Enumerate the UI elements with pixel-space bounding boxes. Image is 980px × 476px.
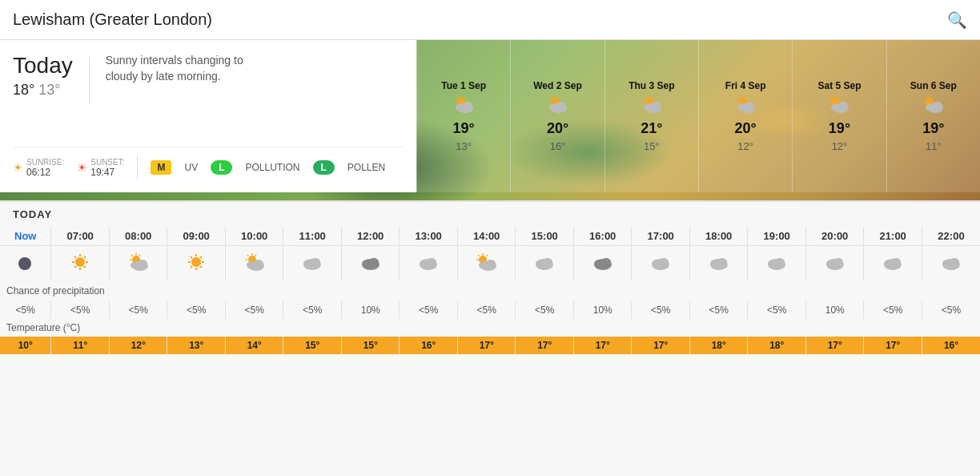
hour-temp: 17° xyxy=(864,337,922,354)
hour-precip: <5% xyxy=(864,301,922,319)
svg-line-48 xyxy=(933,97,934,99)
sunset-info: ☀ SUNSET: 19:47 xyxy=(77,158,124,178)
hour-precip: <5% xyxy=(283,301,342,319)
svg-point-104 xyxy=(486,260,496,268)
svg-point-116 xyxy=(717,258,727,266)
hour-temp: 11° xyxy=(51,337,110,354)
hour-icon xyxy=(400,246,458,281)
svg-line-101 xyxy=(486,255,488,256)
uv-value: M xyxy=(157,162,165,173)
svg-line-13 xyxy=(550,97,552,99)
forecast-high: 20° xyxy=(735,120,757,137)
svg-point-26 xyxy=(651,102,661,110)
forecast-day[interactable]: Wed 2 Sep 20° 16° xyxy=(510,40,604,192)
hour-icon xyxy=(0,246,51,281)
svg-line-65 xyxy=(131,255,133,256)
hourly-section: TODAY Now07:0008:0009:0010:0011:0012:001… xyxy=(0,200,980,476)
svg-point-43 xyxy=(838,102,848,110)
forecast-low: 16° xyxy=(550,140,566,152)
hour-precip: <5% xyxy=(109,301,167,319)
hour-temp: 18° xyxy=(748,337,806,354)
forecast-day-name: Sat 5 Sep xyxy=(817,80,861,91)
hour-precip: 10% xyxy=(805,301,864,319)
forecast-day[interactable]: Sat 5 Sep 19° 12° xyxy=(792,40,886,192)
svg-point-52 xyxy=(75,257,85,267)
hour-label: Now xyxy=(0,227,51,246)
forecast-day-name: Wed 2 Sep xyxy=(533,80,581,91)
hourly-table: Now07:0008:0009:0010:0011:0012:0013:0014… xyxy=(0,227,980,354)
svg-line-100 xyxy=(478,255,480,256)
today-summary: Today 18° 13° Sunny intervals changing t… xyxy=(13,53,404,104)
temp-label: Temperature (°C) xyxy=(0,319,980,337)
forecast-icon xyxy=(451,95,476,117)
svg-line-66 xyxy=(139,255,140,256)
hour-precip: <5% xyxy=(400,301,458,319)
hour-icon xyxy=(922,246,980,281)
svg-line-14 xyxy=(558,97,560,99)
pollution-badge: L xyxy=(211,160,232,175)
forecast-low: 15° xyxy=(644,140,660,152)
hour-precip: <5% xyxy=(632,301,690,319)
forecast-high: 20° xyxy=(547,120,568,137)
svg-line-47 xyxy=(925,97,926,99)
svg-line-57 xyxy=(74,256,76,258)
hour-precip: <5% xyxy=(748,301,806,319)
svg-point-87 xyxy=(254,260,263,268)
hour-precip: <5% xyxy=(51,301,110,319)
precip-label: Chance of precipitation xyxy=(0,280,980,301)
hourly-header: TODAY xyxy=(0,202,980,227)
svg-line-39 xyxy=(830,97,832,99)
forecast-low: 13° xyxy=(456,140,472,152)
vertical-divider xyxy=(137,155,138,180)
hour-icon xyxy=(341,246,400,281)
hour-label: 07:00 xyxy=(51,227,110,246)
sunset-label: SUNSET: xyxy=(90,158,124,167)
hour-temp: 15° xyxy=(283,337,342,354)
svg-line-60 xyxy=(74,266,76,268)
svg-line-75 xyxy=(191,256,192,258)
hour-precip: <5% xyxy=(516,301,574,319)
forecast-day[interactable]: Tue 1 Sep 19° 13° xyxy=(416,40,510,192)
hour-precip: 10% xyxy=(341,301,400,319)
search-icon[interactable]: 🔍 xyxy=(947,10,967,30)
hour-precip: <5% xyxy=(225,301,283,319)
svg-point-93 xyxy=(369,258,379,266)
hour-label: 21:00 xyxy=(864,227,922,246)
hour-temp: 17° xyxy=(457,337,516,354)
svg-line-59 xyxy=(84,256,86,258)
hour-temp: 13° xyxy=(167,337,226,354)
hour-icon xyxy=(283,246,342,281)
hour-label: 11:00 xyxy=(283,227,342,246)
svg-line-40 xyxy=(839,97,841,99)
forecast-day[interactable]: Sun 6 Sep 19° 11° xyxy=(886,40,980,192)
hour-label: 19:00 xyxy=(748,227,806,246)
forecast-high: 19° xyxy=(453,120,475,137)
forecast-day-name: Sun 6 Sep xyxy=(910,80,957,91)
sunset-time: 19:47 xyxy=(90,167,124,178)
today-weather-card: Today 18° 13° Sunny intervals changing t… xyxy=(0,40,416,192)
hour-label: 17:00 xyxy=(632,227,690,246)
svg-point-51 xyxy=(933,102,942,110)
forecast-low: 12° xyxy=(832,140,848,152)
today-description: Sunny intervals changing to cloudy by la… xyxy=(106,53,266,84)
forecast-day-name: Fri 4 Sep xyxy=(725,80,766,91)
hour-precip: <5% xyxy=(689,301,748,319)
hour-temp: 16° xyxy=(922,337,980,354)
hour-icon xyxy=(225,246,283,281)
hour-label: 10:00 xyxy=(225,227,283,246)
hour-temp: 10° xyxy=(0,337,51,354)
forecast-day[interactable]: Fri 4 Sep 20° 12° xyxy=(698,40,792,192)
header: Lewisham (Greater London) 🔍 xyxy=(0,0,980,40)
hour-label: 14:00 xyxy=(457,227,516,246)
time-row: Now07:0008:0009:0010:0011:0012:0013:0014… xyxy=(0,227,980,246)
svg-point-70 xyxy=(191,257,201,267)
svg-point-125 xyxy=(891,258,901,266)
forecast-day[interactable]: Thu 3 Sep 21° 15° xyxy=(604,40,698,192)
forecast-row: Tue 1 Sep 19° 13° Wed 2 Sep 20° 16° Thu … xyxy=(416,40,980,192)
svg-line-22 xyxy=(645,97,646,99)
svg-line-32 xyxy=(746,97,748,99)
forecast-low: 11° xyxy=(926,140,942,152)
hour-temp: 16° xyxy=(400,337,458,354)
svg-line-4 xyxy=(456,97,458,99)
page-title: Lewisham (Greater London) xyxy=(13,10,212,29)
